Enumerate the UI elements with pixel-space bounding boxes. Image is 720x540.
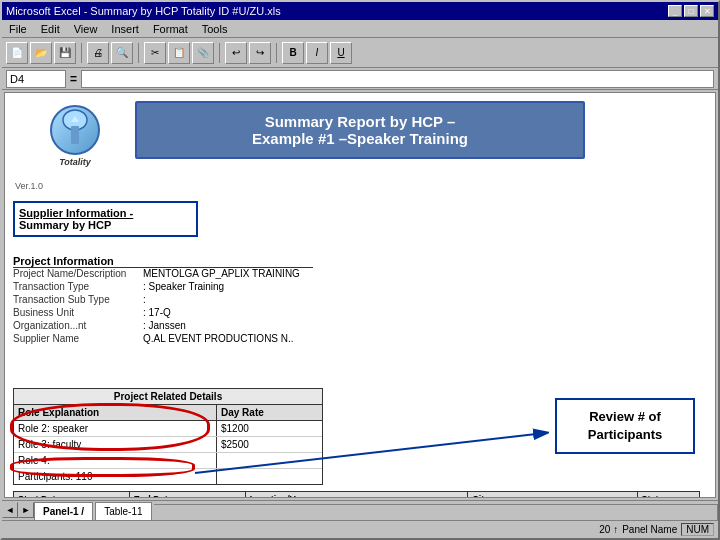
date-col-location: Location/Venue — [246, 492, 469, 498]
info-value-2: : — [143, 294, 146, 305]
supplier-title: Supplier Information - — [19, 207, 192, 219]
date-col-state: State — [638, 492, 699, 498]
slide-title-line1: Summary Report by HCP – — [152, 113, 568, 130]
redo-button[interactable]: ↪ — [249, 42, 271, 64]
table-row-1: Role 3: faculty $2500 — [14, 437, 322, 453]
info-value-5: Q.AL EVENT PRODUCTIONS N.. — [143, 333, 294, 344]
tab-scroll-right[interactable]: ► — [18, 502, 34, 518]
undo-button[interactable]: ↩ — [225, 42, 247, 64]
num-indicator: NUM — [681, 523, 714, 536]
review-box: Review # of Participants — [555, 398, 695, 454]
date-col-start: Start Date — [14, 492, 130, 498]
cell-rate-1: $2500 — [217, 437, 322, 452]
toolbar-sep-2 — [138, 43, 139, 63]
project-related-table: Project Related Details Role Explanation… — [13, 388, 323, 485]
tab-spacer — [154, 504, 719, 520]
supplier-box: Supplier Information - Summary by HCP — [13, 201, 198, 237]
info-row-1: Transaction Type : Speaker Training — [13, 281, 495, 292]
toolbar-sep-1 — [81, 43, 82, 63]
project-info-section: Project Name/Description MENTOLGA GP_APL… — [13, 268, 495, 346]
cell-role-2: Role 4: — [14, 453, 217, 468]
logo-area: Totality — [15, 101, 135, 171]
cell-role-1: Role 3: faculty — [14, 437, 217, 452]
tab-scroll-left[interactable]: ◄ — [2, 502, 18, 518]
toolbar-sep-3 — [219, 43, 220, 63]
info-value-0: MENTOLGA GP_APLIX TRAINING — [143, 268, 300, 279]
page-indicator: 20 ↑ — [599, 524, 618, 535]
menu-edit[interactable]: Edit — [38, 23, 63, 35]
title-bar: Microsoft Excel - Summary by HCP Totalit… — [2, 2, 718, 20]
open-button[interactable]: 📂 — [30, 42, 52, 64]
sheet-name-indicator: Panel Name — [622, 524, 677, 535]
slide-title-box: Summary Report by HCP – Example #1 –Spea… — [135, 101, 585, 159]
logo-icon — [50, 105, 100, 155]
app-window: Microsoft Excel - Summary by HCP Totalit… — [0, 0, 720, 540]
info-label-2: Transaction Sub Type — [13, 294, 143, 305]
underline-button[interactable]: U — [330, 42, 352, 64]
date-col-city: City — [468, 492, 637, 498]
menu-tools[interactable]: Tools — [199, 23, 231, 35]
toolbar: 📄 📂 💾 🖨 🔍 ✂ 📋 📎 ↩ ↪ B I U — [2, 38, 718, 68]
menu-bar: File Edit View Insert Format Tools — [2, 20, 718, 38]
logo-text: Totality — [59, 157, 91, 167]
minimize-button[interactable]: _ — [668, 5, 682, 17]
project-info-heading: Project Information — [13, 255, 313, 268]
date-table-header: Start Date End Date Location/Venue City … — [14, 492, 699, 498]
table-caption: Project Related Details — [14, 389, 322, 405]
date-col-end: End Date — [130, 492, 246, 498]
info-value-1: : Speaker Training — [143, 281, 224, 292]
bold-button[interactable]: B — [282, 42, 304, 64]
new-button[interactable]: 📄 — [6, 42, 28, 64]
info-row-3: Business Unit : 17-Q — [13, 307, 495, 318]
table-header: Role Explanation Day Rate — [14, 405, 322, 421]
maximize-button[interactable]: □ — [684, 5, 698, 17]
cell-participants: Participants: 110 — [14, 469, 217, 484]
info-label-1: Transaction Type — [13, 281, 143, 292]
tab-scroll-bar: ◄ ► Panel-1 / Table-11 — [2, 500, 718, 520]
formula-equals: = — [70, 72, 77, 86]
print-button[interactable]: 🖨 — [87, 42, 109, 64]
cell-participants-val — [217, 469, 322, 484]
menu-format[interactable]: Format — [150, 23, 191, 35]
toolbar-sep-4 — [276, 43, 277, 63]
menu-file[interactable]: File — [6, 23, 30, 35]
info-label-0: Project Name/Description — [13, 268, 143, 279]
formula-bar: = — [2, 68, 718, 90]
info-row-0: Project Name/Description MENTOLGA GP_APL… — [13, 268, 495, 279]
col-rate: Day Rate — [217, 405, 322, 420]
cut-button[interactable]: ✂ — [144, 42, 166, 64]
menu-insert[interactable]: Insert — [108, 23, 142, 35]
info-row-5: Supplier Name Q.AL EVENT PRODUCTIONS N.. — [13, 333, 495, 344]
menu-view[interactable]: View — [71, 23, 101, 35]
window-controls: _ □ ✕ — [668, 5, 714, 17]
supplier-subtitle: Summary by HCP — [19, 219, 192, 231]
info-row-2: Transaction Sub Type : — [13, 294, 495, 305]
window-title: Microsoft Excel - Summary by HCP Totalit… — [6, 5, 281, 17]
date-table: Start Date End Date Location/Venue City … — [13, 491, 700, 498]
italic-button[interactable]: I — [306, 42, 328, 64]
table-row-2: Role 4: — [14, 453, 322, 469]
info-label-4: Organization...nt — [13, 320, 143, 331]
svg-rect-1 — [71, 126, 79, 144]
formula-input[interactable] — [81, 70, 714, 88]
version-text: Ver.1.0 — [15, 181, 43, 191]
close-button[interactable]: ✕ — [700, 5, 714, 17]
slide-title-line2: Example #1 –Speaker Training — [152, 130, 568, 147]
copy-button[interactable]: 📋 — [168, 42, 190, 64]
info-row-4: Organization...nt : Janssen — [13, 320, 495, 331]
info-value-4: : Janssen — [143, 320, 186, 331]
presentation-area: Summary Report by HCP – Example #1 –Spea… — [4, 92, 716, 498]
save-button[interactable]: 💾 — [54, 42, 76, 64]
cell-rate-0: $1200 — [217, 421, 322, 436]
sheet-tab-1[interactable]: Table-11 — [95, 502, 151, 520]
sheet-tab-0[interactable]: Panel-1 / — [34, 502, 93, 520]
preview-button[interactable]: 🔍 — [111, 42, 133, 64]
cell-rate-2 — [217, 453, 322, 468]
cell-role-0: Role 2: speaker — [14, 421, 217, 436]
name-box[interactable] — [6, 70, 66, 88]
info-value-3: : 17-Q — [143, 307, 171, 318]
info-label-3: Business Unit — [13, 307, 143, 318]
paste-button[interactable]: 📎 — [192, 42, 214, 64]
table-row-0: Role 2: speaker $1200 — [14, 421, 322, 437]
status-bar: 20 ↑ Panel Name NUM — [2, 520, 718, 538]
